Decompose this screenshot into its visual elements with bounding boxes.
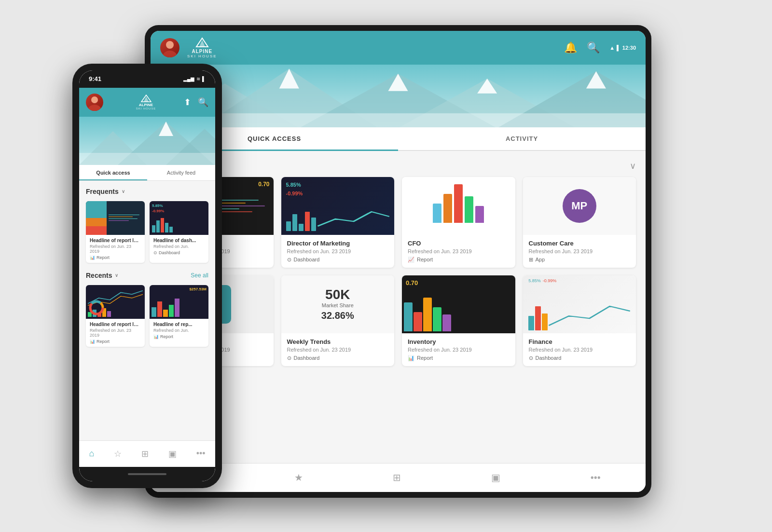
frequents-cards-grid: Headline of report long ano... Refreshed… [86,201,208,263]
recents-chevron-icon[interactable]: ∨ [115,273,118,278]
phone-freq-title-2: Headline of dash... [153,238,205,243]
svg-point-0 [166,41,174,49]
tab-grid-icon[interactable]: ⊞ [393,472,401,483]
phone-nav-home[interactable]: ⌂ [89,449,94,459]
customercare-thumb: MP [523,177,636,235]
card-marketing-type: ⊙ Dashboard [287,257,389,263]
card-customer-care[interactable]: MP Customer Care Refreshed on Jun. 23 20… [523,177,636,268]
tablet-content[interactable]: ∨ [151,151,646,463]
card-marketing-info: Director of Marketing Refreshed on Jun. … [281,235,395,268]
card-customercare-date: Refreshed on Jun. 23 2019 [529,248,631,254]
search-icon[interactable]: 🔍 [587,41,600,54]
cfo-bar3 [454,184,463,223]
ph-report2-icon: 📊 [153,334,159,339]
phone-recent-card-2-info: Headline of rep... Refreshed on Jun. 📊 R… [150,319,208,342]
card-finance-date: Refreshed on Jun. 23 2019 [529,347,631,353]
phone-freq-card-2-info: Headline of dash... Refreshed on Jun. ⊙ … [150,235,208,258]
tab-star-icon[interactable]: ★ [294,472,303,483]
phone-recent-type-2: 📊 Report [153,334,205,339]
phone-logo: ALPINE SKI HOUSE [108,94,184,110]
ops-stat: 0.70 [258,181,269,188]
rdarkb5 [175,299,179,317]
rdarkb3 [163,310,168,317]
freq-thumb-inner-2: 5.85% -0.99% [150,201,208,235]
dashboard2-icon: ⊙ [287,355,291,361]
card-finance[interactable]: 5.85% -0.99% [523,275,636,366]
finance-bars [528,285,630,330]
freq-wave3 [109,218,138,219]
fin-bar2 [535,306,541,330]
frequents-title: Frequents [86,188,119,195]
svg-point-15 [91,96,98,103]
phone-recent-date-2: Refreshed on Jun. [153,328,205,333]
card-finance-info: Finance Refreshed on Jun. 23 2019 ⊙ Dash… [523,333,636,366]
card-inventory[interactable]: 0.70 Inventory [402,275,515,366]
phone-status-icons: ▂▄▆ ≋ ▌ [183,76,206,82]
bar1 [286,221,291,231]
freq-blocks-1 [86,201,107,235]
card-cfo[interactable]: CFO Refreshed on Jun. 23 2019 📈 Report [402,177,515,268]
freq-block-red [86,226,107,235]
card-inventory-date: Refreshed on Jun. 23 2019 [408,347,510,353]
rb5 [107,311,111,317]
notification-icon[interactable]: 🔔 [564,41,577,54]
phone-tab-quick-access[interactable]: Quick access [79,165,147,180]
recents-cards-grid: Headline of report long ano... Refreshed… [86,285,208,347]
finance-line-chart [549,301,630,330]
tablet-tabs: QUICK ACCESS ACTIVITY [151,127,646,151]
tablet-avatar [160,38,179,57]
phone-content[interactable]: Frequents ∨ [79,181,215,440]
phone-freq-date-1: Refreshed on Jun. 23 2019 [90,244,141,254]
recent-thumb-inner-2: $257.53M [150,285,208,319]
phone-freq-card-1[interactable]: Headline of report long ano... Refreshed… [86,201,145,263]
card-director-marketing[interactable]: 5.85% -0.99% [281,177,395,268]
recents-see-all[interactable]: See all [191,272,208,279]
card-weekly-dash-date: Refreshed on Jun. 23 2019 [287,347,389,353]
phone-freq-card-2[interactable]: 5.85% -0.99% [150,201,208,263]
recent-bars-2 [152,298,207,317]
cfo-bar-chart [433,189,484,223]
phone-nav-star[interactable]: ☆ [114,449,122,459]
phone-tab-activity-feed[interactable]: Activity feed [147,165,215,180]
card-weekly-dash-info: Weekly Trends Refreshed on Jun. 23 2019 … [281,333,395,366]
phone-nav-more[interactable]: ••• [196,449,206,459]
phone-header: ALPINE SKI HOUSE ⬆ 🔍 [79,88,215,117]
fin-bar3 [542,314,548,330]
svg-point-1 [163,51,177,57]
tab-monitor-icon[interactable]: ▣ [491,472,500,483]
avatar-image [160,38,179,57]
tab-activity[interactable]: ACTIVITY [398,127,646,150]
marketing-line [317,207,390,231]
frequents-chevron-icon[interactable]: ∨ [122,189,125,194]
weekly-pct: 32.86% [321,310,354,321]
card-cfo-date: Refreshed on Jun. 23 2019 [408,248,510,254]
phone-tabs: Quick access Activity feed [79,165,215,181]
freq-bars-2 [152,216,206,232]
card-finance-type: ⊙ Dashboard [529,355,631,361]
phone-nav-grid[interactable]: ⊞ [141,449,149,459]
svg-point-16 [88,105,101,111]
card-customercare-thumbnail: MP [523,177,636,235]
weekly-label: Market Share [322,302,354,308]
card-inventory-type: 📊 Report [408,355,510,361]
phone-screen: 9:41 ▂▄▆ ≋ ▌ [79,70,215,481]
home-bar [128,473,166,475]
chevron-down-icon[interactable]: ∨ [630,161,636,171]
phone-nav-monitor[interactable]: ▣ [168,449,177,459]
ph-report-icon: 📊 [90,339,95,344]
phone-search-icon[interactable]: 🔍 [198,97,208,108]
phone-mountain-svg [79,117,215,165]
inventory-stat: 0.70 [406,279,418,286]
phone-recent-date-1: Refreshed on Jun. 23 2019 [90,328,141,338]
rdarkb4 [169,305,174,317]
card-weekly-trends-dash[interactable]: 50K Market Share 32.86% Weekly Trends Re… [281,275,395,366]
phone-share-icon[interactable]: ⬆ [184,97,191,108]
card-weekly-dash-thumbnail: 50K Market Share 32.86% [281,275,395,333]
frequents-section-header: Frequents ∨ [86,188,208,195]
phone-notch [118,70,176,84]
phone-recent-card-1[interactable]: Headline of report long ano... Refreshed… [86,285,145,347]
phone-recent-card-2[interactable]: $257.53M Headlin [150,285,208,347]
tab-more-icon[interactable]: ••• [591,472,601,483]
bar3 [299,224,303,231]
report2-icon: 📊 [408,355,414,361]
